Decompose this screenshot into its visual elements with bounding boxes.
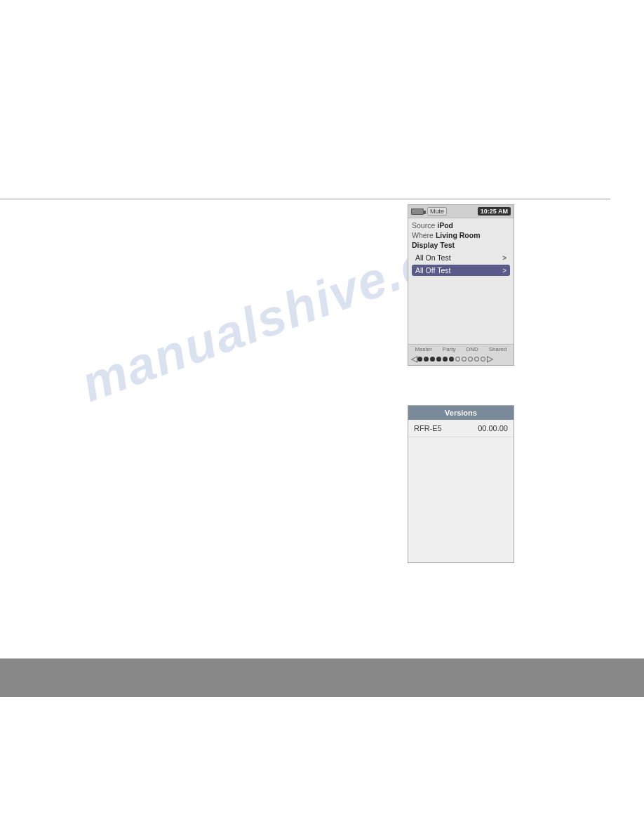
- screen1-body: Source iPod Where Living Room Display Te…: [408, 218, 514, 280]
- screen1-footer: Master Party DND Shared ◁ ▷: [408, 344, 514, 365]
- all-on-test-label: All On Test: [415, 253, 451, 262]
- screen1-header: Mute 10:25 AM: [408, 205, 514, 218]
- dot-8: [462, 357, 467, 362]
- mute-badge: Mute: [427, 207, 447, 216]
- screen1-tabs: Master Party DND Shared: [408, 345, 514, 352]
- all-off-test-chevron: >: [502, 267, 507, 274]
- display-test-screen: Mute 10:25 AM Source iPod Where Living R…: [408, 204, 514, 366]
- bottom-bar: [0, 658, 644, 697]
- all-off-test-item[interactable]: All Off Test >: [412, 265, 510, 276]
- dot-1: [417, 357, 422, 362]
- tab-master[interactable]: Master: [415, 346, 431, 352]
- dot-3: [430, 357, 435, 362]
- all-on-test-chevron: >: [502, 254, 507, 262]
- dot-10: [474, 357, 479, 362]
- volume-right-icon: ▷: [487, 354, 493, 364]
- versions-screen: Versions RFR-E5 00.00.00: [408, 405, 514, 563]
- source-value: iPod: [437, 221, 453, 230]
- dot-7: [455, 357, 460, 362]
- versions-header: Versions: [408, 406, 514, 420]
- section-divider: [0, 199, 610, 199]
- volume-left-icon: ◁: [411, 354, 417, 364]
- tab-party[interactable]: Party: [443, 346, 456, 352]
- where-value: Living Room: [436, 231, 481, 239]
- source-row: Source iPod: [412, 221, 510, 230]
- battery-icon: [411, 208, 424, 215]
- dot-11: [481, 357, 485, 362]
- tab-shared[interactable]: Shared: [489, 346, 507, 352]
- tab-dnd[interactable]: DND: [466, 346, 478, 352]
- where-label: Where: [412, 231, 434, 239]
- dot-2: [424, 357, 429, 362]
- dot-4: [436, 357, 441, 362]
- dot-5: [443, 357, 448, 362]
- section-title: Display Test: [412, 241, 510, 249]
- source-label: Source: [412, 221, 435, 230]
- where-row: Where Living Room: [412, 231, 510, 239]
- version-row: RFR-E5 00.00.00: [408, 420, 514, 437]
- progress-dots: ◁ ▷: [408, 352, 514, 365]
- dot-6: [449, 357, 454, 362]
- device-name: RFR-E5: [414, 424, 442, 432]
- time-display: 10:25 AM: [478, 207, 511, 216]
- dot-9: [468, 357, 473, 362]
- all-off-test-label: All Off Test: [415, 266, 450, 274]
- all-on-test-item[interactable]: All On Test >: [412, 252, 510, 263]
- version-number: 00.00.00: [478, 424, 508, 432]
